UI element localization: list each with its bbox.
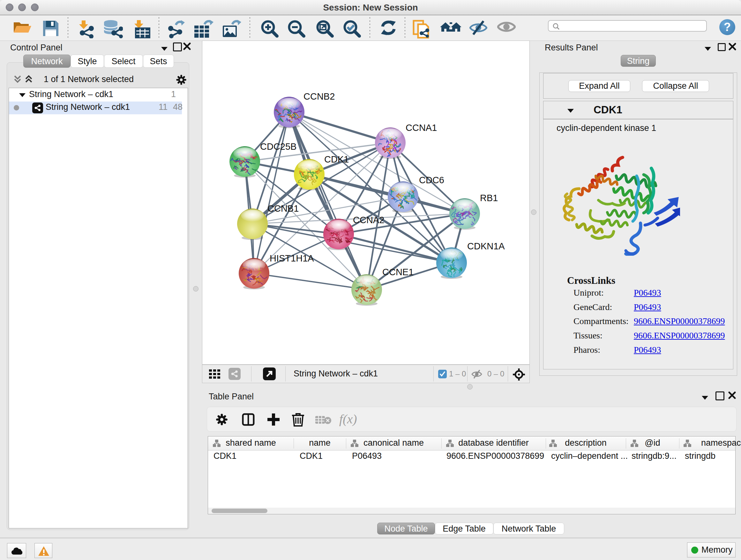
svg-text:CDKN1A: CDKN1A — [467, 241, 505, 251]
svg-text:CCNA1: CCNA1 — [406, 123, 437, 133]
svg-text:CCNB1: CCNB1 — [267, 203, 299, 213]
svg-text:CDC6: CDC6 — [419, 175, 444, 185]
svg-text:HIST1H1A: HIST1H1A — [270, 253, 314, 263]
svg-text:CDC25B: CDC25B — [260, 141, 296, 152]
svg-text:CCNA2: CCNA2 — [353, 215, 384, 225]
svg-text:CCNE1: CCNE1 — [382, 267, 414, 277]
svg-text:CDK1: CDK1 — [324, 154, 349, 165]
svg-text:CCNB2: CCNB2 — [304, 91, 335, 102]
svg-text:RB1: RB1 — [480, 193, 498, 203]
